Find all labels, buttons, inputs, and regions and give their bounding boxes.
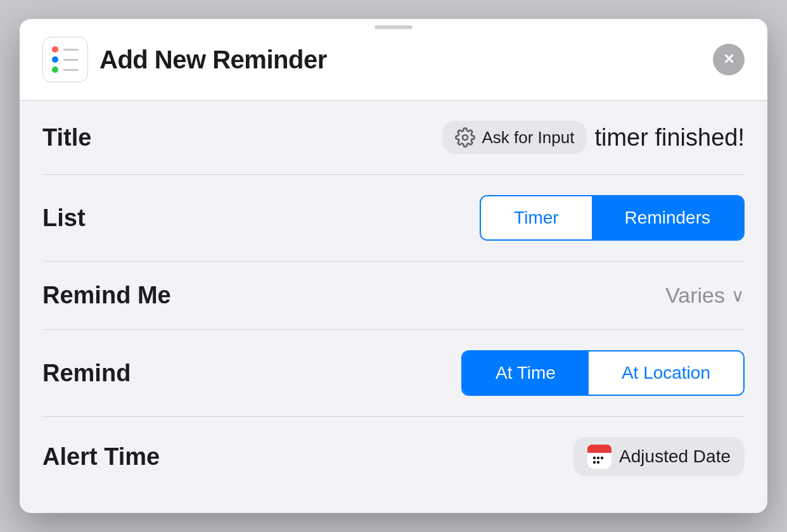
list-segmented-control: Timer Reminders — [480, 195, 745, 241]
remind-me-row: Remind Me Varies ∨ — [42, 262, 745, 330]
remind-row: Remind At Time At Location — [42, 330, 745, 417]
svg-rect-5 — [597, 461, 599, 464]
line-bar-1 — [63, 49, 79, 51]
modal-body: Title Ask for Input timer finished! List… — [20, 101, 767, 497]
add-reminder-modal: Add New Reminder ✕ Title Ask for Input t… — [20, 19, 767, 513]
alert-time-label: Alert Time — [42, 443, 160, 471]
drag-handle — [374, 25, 413, 29]
ask-input-label: Ask for Input — [482, 128, 574, 148]
line-bar-3 — [63, 69, 79, 71]
modal-title: Add New Reminder — [99, 46, 327, 74]
calendar-icon-body — [587, 453, 611, 469]
icon-row-1 — [52, 46, 79, 53]
title-value: Ask for Input timer finished! — [442, 121, 745, 154]
remind-option-at-time[interactable]: At Time — [463, 352, 589, 395]
modal-header: Add New Reminder ✕ — [20, 19, 767, 101]
list-label: List — [42, 205, 86, 232]
remind-segmented-control: At Time At Location — [461, 350, 745, 396]
remind-me-label: Remind Me — [42, 282, 171, 309]
adjusted-date-badge[interactable]: Adjusted Date — [573, 437, 745, 476]
gear-icon — [455, 127, 475, 148]
line-bar-2 — [63, 59, 79, 61]
remind-option-at-location[interactable]: At Location — [589, 352, 743, 395]
blue-dot — [52, 56, 58, 63]
list-option-timer[interactable]: Timer — [481, 196, 592, 239]
app-icon — [42, 37, 88, 82]
varies-dropdown[interactable]: Varies ∨ — [665, 283, 745, 308]
svg-point-0 — [463, 135, 468, 140]
calendar-grid-icon — [592, 456, 606, 466]
calendar-icon — [587, 445, 611, 469]
ask-for-input-badge[interactable]: Ask for Input — [442, 121, 587, 154]
title-label: Title — [42, 124, 91, 151]
header-left: Add New Reminder — [42, 37, 327, 82]
green-dot — [52, 66, 58, 73]
red-dot — [52, 46, 58, 53]
svg-rect-2 — [597, 457, 599, 459]
varies-value: Varies — [665, 283, 725, 308]
remind-label: Remind — [42, 360, 131, 387]
icon-row-2 — [52, 56, 79, 63]
svg-rect-1 — [593, 457, 596, 459]
list-row: List Timer Reminders — [42, 175, 745, 262]
adjusted-date-label: Adjusted Date — [619, 446, 731, 467]
alert-time-row: Alert Time Adjusted Date — [42, 417, 745, 497]
svg-rect-4 — [593, 461, 596, 464]
title-row: Title Ask for Input timer finished! — [42, 101, 745, 175]
chevron-down-icon: ∨ — [731, 285, 745, 306]
calendar-icon-top — [587, 445, 611, 453]
list-option-reminders[interactable]: Reminders — [592, 196, 743, 239]
close-button[interactable]: ✕ — [713, 44, 745, 75]
svg-rect-3 — [601, 457, 603, 459]
icon-row-3 — [52, 66, 79, 73]
title-value-text: timer finished! — [594, 124, 745, 151]
